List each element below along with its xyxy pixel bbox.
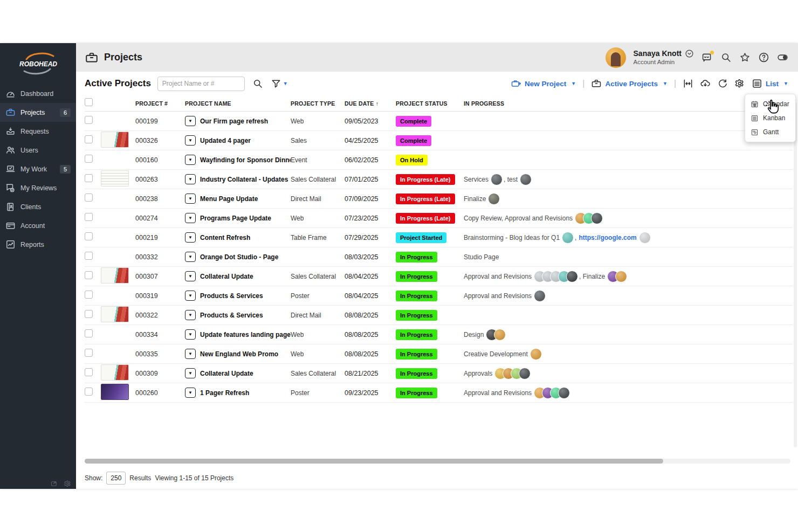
project-name[interactable]: Content Refresh [200, 234, 250, 241]
gear-icon[interactable] [64, 480, 72, 488]
row-checkbox[interactable] [85, 232, 93, 240]
table-row[interactable]: 000322 ▼ Products & Services Direct Mail… [85, 306, 793, 325]
select-all-checkbox[interactable] [85, 98, 93, 106]
project-name[interactable]: Collateral Update [200, 273, 253, 280]
table-row[interactable]: 000274 ▼ Programs Page Update Web 07/23/… [85, 209, 793, 228]
scrollbar-thumb[interactable] [85, 459, 663, 464]
row-checkbox[interactable] [85, 310, 93, 318]
project-name[interactable]: 1 Pager Refresh [200, 389, 249, 397]
table-row[interactable]: 000335 ▼ New England Web Promo Web 08/08… [85, 344, 793, 364]
col-project-number[interactable]: PROJECT # [135, 100, 185, 107]
project-name[interactable]: Our Firm page refresh [200, 118, 268, 125]
row-actions-dropdown[interactable]: ▼ [185, 291, 196, 301]
row-actions-dropdown[interactable]: ▼ [185, 329, 196, 340]
chevron-down-icon[interactable] [685, 49, 694, 58]
progress-link[interactable]: https://google.com [579, 234, 636, 241]
project-name[interactable]: New England Web Promo [200, 350, 278, 358]
project-name[interactable]: Industry Collateral - Updates [200, 176, 288, 183]
menu-item-gantt[interactable]: Gantt [745, 125, 795, 139]
row-checkbox[interactable] [85, 116, 93, 124]
col-project-type[interactable]: PROJECT TYPE [291, 100, 345, 107]
filter-icon[interactable] [271, 78, 281, 89]
table-row[interactable]: 000334 ▼ Update features landing page We… [85, 325, 793, 344]
avatar[interactable] [615, 271, 627, 282]
table-row[interactable]: 000307 ▼ Collateral Update Sales Collate… [85, 267, 793, 286]
filter-caret-icon[interactable]: ▼ [283, 81, 288, 86]
row-checkbox[interactable] [85, 349, 93, 357]
row-actions-dropdown[interactable]: ▼ [185, 174, 196, 184]
gear-icon[interactable] [734, 78, 745, 89]
search-icon[interactable] [252, 78, 263, 89]
row-actions-dropdown[interactable]: ▼ [185, 252, 196, 262]
row-actions-dropdown[interactable]: ▼ [185, 116, 196, 126]
external-link-icon[interactable] [50, 480, 58, 488]
avatar[interactable] [491, 174, 503, 185]
avatar[interactable] [606, 47, 626, 68]
view-mode-button[interactable]: List ▼ [752, 78, 788, 89]
project-name[interactable]: Products & Services [200, 312, 263, 319]
col-project-name[interactable]: PROJECT NAME [185, 100, 291, 107]
project-name[interactable]: Updated 4 pager [200, 137, 251, 144]
avatar[interactable] [566, 271, 578, 282]
avatar[interactable] [520, 174, 532, 185]
toggle-icon[interactable] [777, 52, 788, 63]
row-checkbox[interactable] [85, 194, 93, 202]
table-row[interactable]: 000263 ▼ Industry Collateral - Updates S… [85, 170, 793, 189]
project-name[interactable]: Wayfinding for Sponsor Dinner [200, 156, 291, 164]
search-icon[interactable] [720, 52, 732, 63]
table-row[interactable]: 000326 ▼ Updated 4 pager Sales 04/25/202… [85, 131, 793, 150]
row-actions-dropdown[interactable]: ▼ [185, 232, 196, 243]
notifications-icon[interactable] [701, 52, 713, 63]
table-row[interactable]: 000199 ▼ Our Firm page refresh Web 09/05… [85, 112, 793, 131]
row-checkbox[interactable] [85, 174, 93, 182]
menu-item-calendar[interactable]: Calendar [745, 97, 795, 111]
table-row[interactable]: 000332 ▼ Orange Dot Studio - Page 08/03/… [85, 247, 793, 267]
row-checkbox[interactable] [85, 291, 93, 299]
table-row[interactable]: 000319 ▼ Products & Services Poster 08/0… [85, 286, 793, 306]
sidebar-item-projects[interactable]: Projects 6 [0, 103, 76, 122]
col-project-status[interactable]: PROJECT STATUS [396, 100, 464, 107]
project-name[interactable]: Products & Services [200, 292, 263, 300]
fit-width-icon[interactable] [683, 78, 693, 89]
row-checkbox[interactable] [85, 135, 93, 143]
row-checkbox[interactable] [85, 388, 93, 396]
table-row[interactable]: 000219 ▼ Content Refresh Table Frame 07/… [85, 228, 793, 247]
project-name[interactable]: Programs Page Update [200, 215, 271, 222]
col-due-date[interactable]: DUE DATE ↑ [345, 100, 396, 107]
row-actions-dropdown[interactable]: ▼ [185, 310, 196, 320]
row-actions-dropdown[interactable]: ▼ [185, 388, 196, 398]
avatar[interactable] [562, 232, 574, 244]
project-name[interactable]: Menu Page Update [200, 195, 258, 203]
sidebar-item-users[interactable]: Users [0, 141, 76, 160]
avatar[interactable] [530, 348, 542, 360]
row-actions-dropdown[interactable]: ▼ [185, 349, 196, 359]
sidebar-item-dashboard[interactable]: Dashboard [0, 84, 76, 103]
avatar[interactable] [519, 368, 531, 379]
avatar[interactable] [494, 329, 506, 341]
vertical-scrollbar[interactable] [794, 102, 797, 447]
table-row[interactable]: 000260 ▼ 1 Pager Refresh Poster 09/23/20… [85, 383, 793, 403]
sidebar-item-my-reviews[interactable]: My Reviews [0, 178, 76, 197]
project-search-input[interactable] [157, 77, 245, 91]
row-actions-dropdown[interactable]: ▼ [185, 155, 196, 165]
table-row[interactable]: 000160 ▼ Wayfinding for Sponsor Dinner E… [85, 150, 793, 170]
avatar[interactable] [558, 387, 570, 399]
menu-item-kanban[interactable]: Kanban [745, 111, 795, 125]
row-checkbox[interactable] [85, 213, 93, 221]
sidebar-item-reports[interactable]: Reports [0, 235, 76, 254]
table-row[interactable]: 000309 ▼ Collateral Update Sales Collate… [85, 364, 793, 383]
avatar[interactable] [534, 290, 546, 302]
sidebar-item-my-work[interactable]: My Work 5 [0, 160, 76, 178]
row-actions-dropdown[interactable]: ▼ [185, 271, 196, 281]
sidebar-item-account[interactable]: Account [0, 216, 76, 235]
col-in-progress[interactable]: IN PROGRESS [464, 100, 793, 107]
avatar[interactable] [488, 193, 500, 205]
project-name[interactable]: Update features landing page [200, 331, 291, 338]
row-checkbox[interactable] [85, 329, 93, 337]
row-checkbox[interactable] [85, 271, 93, 279]
help-icon[interactable] [758, 52, 769, 63]
row-actions-dropdown[interactable]: ▼ [185, 368, 196, 378]
row-checkbox[interactable] [85, 155, 93, 163]
refresh-icon[interactable] [717, 78, 728, 89]
row-actions-dropdown[interactable]: ▼ [185, 135, 196, 146]
